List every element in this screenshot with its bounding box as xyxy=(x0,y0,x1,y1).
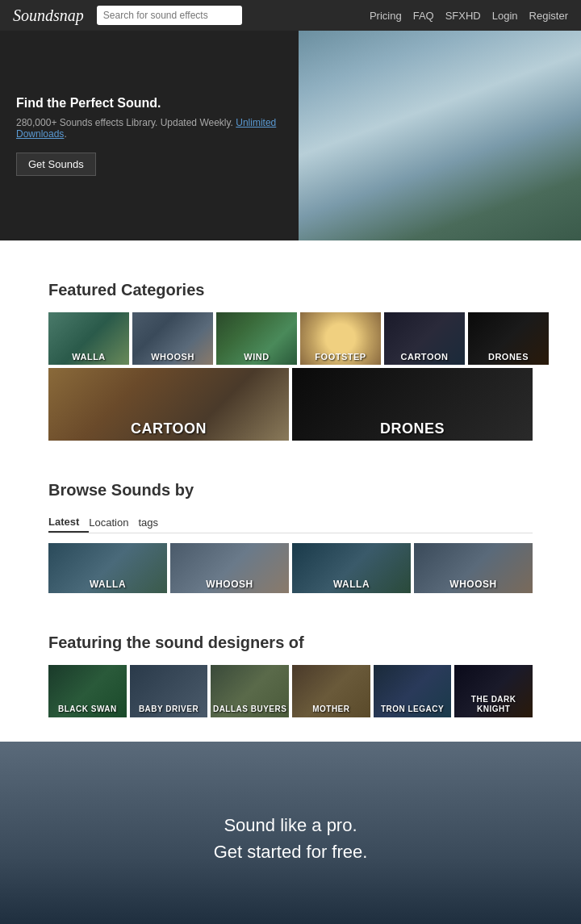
designer-mother-label: MOTHER xyxy=(292,701,370,717)
hero-image xyxy=(299,31,581,240)
hero-mountain-image xyxy=(299,31,581,240)
designer-dark-knight-label: THE DARK KNIGHT xyxy=(454,692,533,717)
browse-section: Browse Sounds by Latest Location tags WA… xyxy=(0,465,581,617)
featured-title: Featured Categories xyxy=(48,281,533,299)
cat-whoosh-label: WHOOSH xyxy=(132,349,213,365)
navbar: Soundsnap Pricing FAQ SFXHD Login Regist… xyxy=(0,0,581,31)
nav-pricing[interactable]: Pricing xyxy=(370,10,402,22)
featured-top-row: WALLA WHOOSH WIND FOOTSTEP CARTOON DRONE… xyxy=(48,312,533,365)
cat-cartoon-sm-label: CARTOON xyxy=(384,349,465,365)
get-sounds-button[interactable]: Get Sounds xyxy=(16,153,96,176)
tab-location[interactable]: Location xyxy=(89,512,138,533)
cat-wind[interactable]: WIND xyxy=(216,312,297,365)
designer-baby-driver-label: BABY DRIVER xyxy=(130,701,208,717)
hero-headline: Find the Perfect Sound. xyxy=(16,96,282,111)
browse-walla-2-label: WALLA xyxy=(292,575,411,593)
browse-walla-2[interactable]: WALLA xyxy=(292,543,411,593)
browse-grid: WALLA WHOOSH WALLA WHOOSH xyxy=(48,543,533,593)
designer-dallas-buyers[interactable]: DALLAS BUYERS xyxy=(211,665,289,717)
hero-subtext: 280,000+ Sounds effects Library. Updated… xyxy=(16,117,282,140)
cta-line1: Sound like a pro. xyxy=(214,812,368,838)
browse-walla-1[interactable]: WALLA xyxy=(48,543,167,593)
tab-tags[interactable]: tags xyxy=(138,512,168,533)
browse-whoosh-1[interactable]: WHOOSH xyxy=(170,543,289,593)
cat-walla-label: WALLA xyxy=(48,349,129,365)
designer-mother[interactable]: MOTHER xyxy=(292,665,370,717)
site-logo[interactable]: Soundsnap xyxy=(13,6,84,25)
nav-sfxhd[interactable]: SFXHD xyxy=(445,10,481,22)
cat-wind-label: WIND xyxy=(216,349,297,365)
featured-bottom-row: CARTOON DRONES xyxy=(48,368,533,441)
hero-section: Find the Perfect Sound. 280,000+ Sounds … xyxy=(0,31,581,240)
designer-grid: BLACK SWAN BABY DRIVER DALLAS BUYERS MOT… xyxy=(48,665,533,717)
search-input[interactable] xyxy=(97,6,242,25)
designer-tron[interactable]: TRON LEGACY xyxy=(374,665,452,717)
designer-tron-label: TRON LEGACY xyxy=(374,701,452,717)
nav-faq[interactable]: FAQ xyxy=(413,10,434,22)
nav-links: Pricing FAQ SFXHD Login Register xyxy=(370,9,568,22)
cat-drones-sm[interactable]: DRONES xyxy=(468,312,549,365)
browse-tabs: Latest Location tags xyxy=(48,512,533,533)
cat-drones-lg-label: DRONES xyxy=(292,417,533,441)
designer-baby-driver[interactable]: BABY DRIVER xyxy=(130,665,208,717)
cat-cartoon-lg-label: CARTOON xyxy=(48,417,289,441)
cat-drones-lg[interactable]: DRONES xyxy=(292,368,533,441)
browse-whoosh-2-label: WHOOSH xyxy=(414,575,533,593)
browse-whoosh-2[interactable]: WHOOSH xyxy=(414,543,533,593)
cat-cartoon-lg[interactable]: CARTOON xyxy=(48,368,289,441)
designers-section: Featuring the sound designers of BLACK S… xyxy=(0,617,581,742)
designer-black-swan-label: BLACK SWAN xyxy=(48,701,127,717)
browse-title: Browse Sounds by xyxy=(48,481,533,500)
designers-title: Featuring the sound designers of xyxy=(48,633,533,652)
hero-left: Find the Perfect Sound. 280,000+ Sounds … xyxy=(0,31,299,240)
cta-line2: Get started for free. xyxy=(214,838,368,865)
browse-whoosh-1-label: WHOOSH xyxy=(170,575,289,593)
cta-text: Sound like a pro. Get started for free. xyxy=(214,812,368,865)
cat-walla[interactable]: WALLA xyxy=(48,312,129,365)
cta-section: Sound like a pro. Get started for free. xyxy=(0,742,581,924)
cat-whoosh[interactable]: WHOOSH xyxy=(132,312,213,365)
nav-login[interactable]: Login xyxy=(492,10,518,22)
designer-dark-knight[interactable]: THE DARK KNIGHT xyxy=(454,665,533,717)
browse-walla-1-label: WALLA xyxy=(48,575,167,593)
cat-footstep[interactable]: FOOTSTEP xyxy=(300,312,381,365)
cat-footstep-label: FOOTSTEP xyxy=(300,349,381,365)
nav-register[interactable]: Register xyxy=(529,10,568,22)
designer-black-swan[interactable]: BLACK SWAN xyxy=(48,665,127,717)
hero-link[interactable]: Unlimited Downloads xyxy=(16,117,276,140)
spacer-1 xyxy=(0,240,581,265)
featured-categories-section: Featured Categories WALLA WHOOSH WIND FO… xyxy=(0,265,581,465)
tab-latest[interactable]: Latest xyxy=(48,512,89,533)
cat-cartoon-sm[interactable]: CARTOON xyxy=(384,312,465,365)
cat-drones-sm-label: DRONES xyxy=(468,349,549,365)
designer-dallas-buyers-label: DALLAS BUYERS xyxy=(211,701,289,717)
